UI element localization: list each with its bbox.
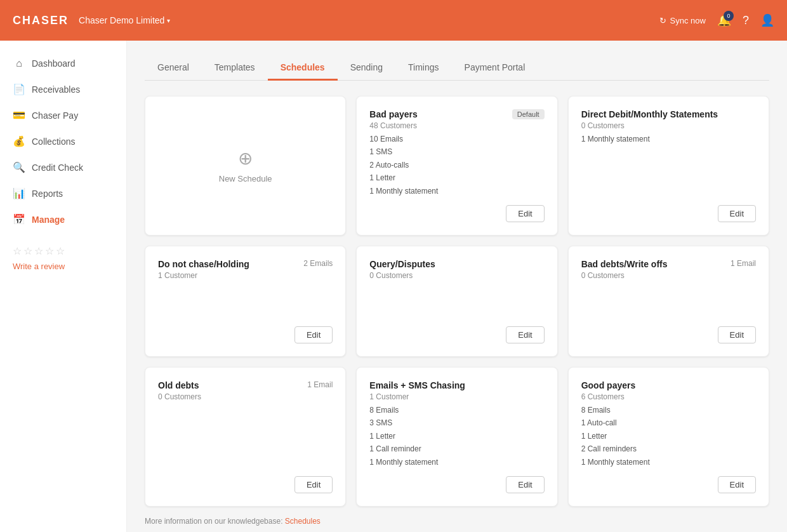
tab-schedules[interactable]: Schedules bbox=[268, 56, 338, 81]
chevron-down-icon: ▾ bbox=[167, 17, 170, 24]
email-count: 1 Email bbox=[307, 380, 333, 389]
card-title: Bad payers bbox=[369, 109, 417, 119]
schedule-card-direct-debit: Direct Debit/Monthly Statements 0 Custom… bbox=[568, 96, 769, 236]
logo: CHASER bbox=[13, 14, 69, 27]
sidebar-item-chaser-pay[interactable]: 💳 Chaser Pay bbox=[0, 102, 126, 128]
footer-note: More information on our knowledgebase: S… bbox=[145, 517, 769, 526]
header-right: ↻ Sync now 🔔 0 ? 👤 bbox=[659, 13, 774, 27]
tab-timings[interactable]: Timings bbox=[395, 56, 452, 81]
edit-button-query-disputes[interactable]: Edit bbox=[506, 326, 544, 343]
card-stats: 8 Emails 1 Auto-call 1 Letter 2 Call rem… bbox=[581, 404, 756, 469]
star-1: ☆ bbox=[13, 245, 22, 257]
card-footer: Edit bbox=[581, 205, 756, 222]
card-header: Bad debts/Write offs 0 Customers 1 Email bbox=[581, 259, 756, 280]
new-schedule-label: New Schedule bbox=[219, 174, 272, 183]
card-header: Direct Debit/Monthly Statements 0 Custom… bbox=[581, 109, 756, 130]
schedule-card-old-debts: Old debts 0 Customers 1 Email Edit bbox=[145, 367, 346, 507]
card-customers: 0 Customers bbox=[369, 271, 435, 280]
sidebar: ⌂ Dashboard 📄 Receivables 💳 Chaser Pay 💰… bbox=[0, 41, 127, 532]
top-header: CHASER Chaser Demo Limited ▾ ↻ Sync now … bbox=[0, 0, 787, 41]
card-footer: Edit bbox=[581, 476, 756, 493]
card-title: Bad debts/Write offs bbox=[581, 259, 668, 269]
receivables-icon: 📄 bbox=[13, 83, 25, 95]
schedule-card-bad-debts: Bad debts/Write offs 0 Customers 1 Email… bbox=[568, 246, 769, 357]
sidebar-reviews: ☆ ☆ ☆ ☆ ☆ Write a review bbox=[0, 237, 126, 279]
edit-button-old-debts[interactable]: Edit bbox=[294, 476, 333, 493]
card-customers: 0 Customers bbox=[581, 271, 668, 280]
manage-icon: 📅 bbox=[13, 213, 25, 225]
card-footer: Edit bbox=[369, 205, 544, 222]
sync-button[interactable]: ↻ Sync now bbox=[659, 16, 706, 25]
card-customers: 1 Customer bbox=[158, 271, 249, 280]
write-review-link[interactable]: Write a review bbox=[13, 262, 65, 271]
schedule-card-query-disputes: Query/Disputes 0 Customers Edit bbox=[356, 246, 557, 357]
card-title: Query/Disputes bbox=[369, 259, 435, 269]
add-icon: ⊕ bbox=[238, 148, 253, 169]
card-footer: Edit bbox=[158, 326, 333, 343]
sidebar-item-label: Receivables bbox=[32, 84, 80, 95]
card-title: Direct Debit/Monthly Statements bbox=[581, 109, 718, 119]
tab-templates[interactable]: Templates bbox=[202, 56, 268, 81]
home-icon: ⌂ bbox=[13, 58, 25, 69]
new-schedule-card[interactable]: ⊕ New Schedule bbox=[145, 96, 346, 236]
sync-icon: ↻ bbox=[659, 16, 666, 25]
card-stats: 8 Emails 3 SMS 1 Letter 1 Call reminder … bbox=[369, 404, 544, 469]
edit-button-do-not-chase[interactable]: Edit bbox=[294, 326, 333, 343]
schedules-grid: ⊕ New Schedule Bad payers 48 Customers D… bbox=[145, 96, 769, 507]
reports-icon: 📊 bbox=[13, 187, 25, 199]
card-customers: 0 Customers bbox=[581, 121, 718, 130]
card-header: Old debts 0 Customers 1 Email bbox=[158, 380, 333, 401]
card-header: Bad payers 48 Customers Default bbox=[369, 109, 544, 130]
user-icon[interactable]: 👤 bbox=[760, 13, 774, 27]
edit-button-bad-debts[interactable]: Edit bbox=[718, 326, 756, 343]
tabs-bar: General Templates Schedules Sending Timi… bbox=[145, 56, 769, 81]
card-footer: Edit bbox=[369, 476, 544, 493]
collections-icon: 💰 bbox=[13, 135, 25, 147]
company-selector[interactable]: Chaser Demo Limited ▾ bbox=[79, 15, 170, 25]
edit-button-direct-debit[interactable]: Edit bbox=[718, 205, 756, 222]
card-footer: Edit bbox=[581, 326, 756, 343]
sidebar-item-manage[interactable]: 📅 Manage bbox=[0, 206, 126, 232]
star-5: ☆ bbox=[56, 245, 65, 257]
edit-button-emails-sms[interactable]: Edit bbox=[506, 476, 544, 493]
notification-count: 0 bbox=[724, 11, 734, 21]
main-content: General Templates Schedules Sending Timi… bbox=[127, 41, 787, 532]
sidebar-item-reports[interactable]: 📊 Reports bbox=[0, 180, 126, 206]
card-customers: 0 Customers bbox=[158, 392, 201, 401]
card-customers: 48 Customers bbox=[369, 121, 417, 130]
card-header: Emails + SMS Chasing 1 Customer bbox=[369, 380, 544, 401]
sidebar-item-dashboard[interactable]: ⌂ Dashboard bbox=[0, 51, 126, 76]
app-layout: ⌂ Dashboard 📄 Receivables 💳 Chaser Pay 💰… bbox=[0, 0, 787, 532]
star-2: ☆ bbox=[23, 245, 32, 257]
edit-button-good-payers[interactable]: Edit bbox=[718, 476, 756, 493]
card-title: Old debts bbox=[158, 380, 201, 390]
sidebar-item-label: Credit Check bbox=[32, 163, 83, 173]
star-3: ☆ bbox=[34, 245, 43, 257]
tab-payment-portal[interactable]: Payment Portal bbox=[452, 56, 538, 81]
card-customers: 1 Customer bbox=[369, 392, 465, 401]
card-stats: 10 Emails 1 SMS 2 Auto-calls 1 Letter 1 … bbox=[369, 133, 544, 197]
sidebar-item-collections[interactable]: 💰 Collections bbox=[0, 128, 126, 154]
tab-general[interactable]: General bbox=[145, 56, 202, 81]
sidebar-item-label: Chaser Pay bbox=[32, 110, 78, 121]
card-header: Good payers 6 Customers bbox=[581, 380, 756, 401]
sidebar-item-receivables[interactable]: 📄 Receivables bbox=[0, 76, 126, 102]
card-header: Do not chase/Holding 1 Customer 2 Emails bbox=[158, 259, 333, 280]
star-4: ☆ bbox=[45, 245, 54, 257]
schedule-card-good-payers: Good payers 6 Customers 8 Emails 1 Auto-… bbox=[568, 367, 769, 507]
card-stats: 1 Monthly statement bbox=[581, 133, 756, 145]
credit-icon: 🔍 bbox=[13, 161, 25, 173]
notification-bell[interactable]: 🔔 0 bbox=[717, 13, 731, 27]
card-title: Emails + SMS Chasing bbox=[369, 380, 465, 390]
schedules-knowledgebase-link[interactable]: Schedules bbox=[285, 517, 321, 526]
sidebar-item-credit-check[interactable]: 🔍 Credit Check bbox=[0, 154, 126, 180]
card-header: Query/Disputes 0 Customers bbox=[369, 259, 544, 280]
star-rating: ☆ ☆ ☆ ☆ ☆ bbox=[13, 245, 114, 257]
card-footer: Edit bbox=[158, 476, 333, 493]
header-left: CHASER Chaser Demo Limited ▾ bbox=[13, 14, 170, 27]
edit-button-bad-payers[interactable]: Edit bbox=[506, 205, 544, 222]
help-icon[interactable]: ? bbox=[743, 14, 749, 27]
tab-sending[interactable]: Sending bbox=[338, 56, 395, 81]
sidebar-item-label: Collections bbox=[32, 136, 75, 147]
card-title: Good payers bbox=[581, 380, 636, 390]
